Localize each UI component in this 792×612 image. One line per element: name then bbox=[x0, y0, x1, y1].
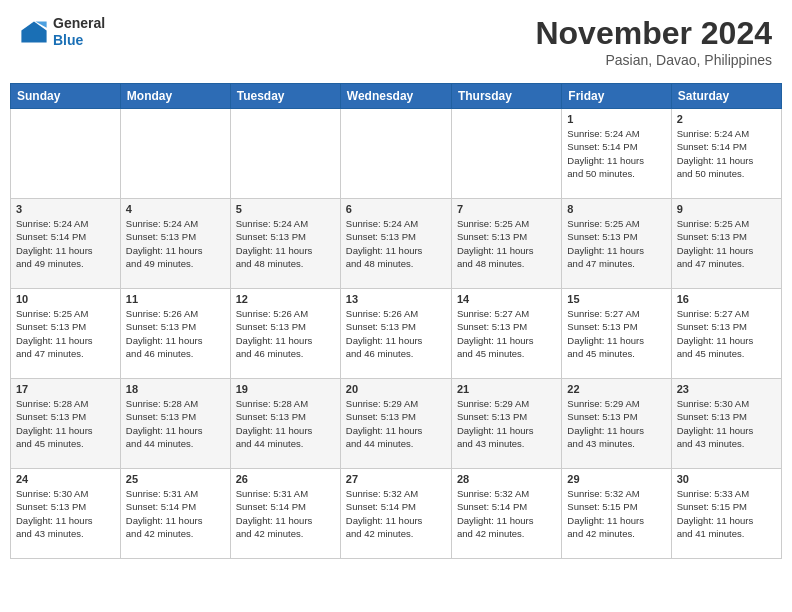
logo-text: General Blue bbox=[53, 15, 105, 49]
day-info: Sunrise: 5:32 AM Sunset: 5:14 PM Dayligh… bbox=[457, 487, 556, 540]
calendar-cell-2-2: 4Sunrise: 5:24 AM Sunset: 5:13 PM Daylig… bbox=[120, 199, 230, 289]
day-number: 12 bbox=[236, 293, 335, 305]
calendar-header-row: SundayMondayTuesdayWednesdayThursdayFrid… bbox=[11, 84, 782, 109]
day-info: Sunrise: 5:29 AM Sunset: 5:13 PM Dayligh… bbox=[457, 397, 556, 450]
logo-general: General bbox=[53, 15, 105, 32]
day-number: 18 bbox=[126, 383, 225, 395]
day-number: 17 bbox=[16, 383, 115, 395]
page-header: General Blue November 2024 Pasian, Davao… bbox=[10, 10, 782, 73]
calendar-cell-1-6: 1Sunrise: 5:24 AM Sunset: 5:14 PM Daylig… bbox=[562, 109, 671, 199]
day-number: 11 bbox=[126, 293, 225, 305]
day-number: 5 bbox=[236, 203, 335, 215]
calendar-cell-4-4: 20Sunrise: 5:29 AM Sunset: 5:13 PM Dayli… bbox=[340, 379, 451, 469]
calendar-cell-3-2: 11Sunrise: 5:26 AM Sunset: 5:13 PM Dayli… bbox=[120, 289, 230, 379]
day-info: Sunrise: 5:31 AM Sunset: 5:14 PM Dayligh… bbox=[236, 487, 335, 540]
day-info: Sunrise: 5:24 AM Sunset: 5:14 PM Dayligh… bbox=[567, 127, 665, 180]
day-info: Sunrise: 5:31 AM Sunset: 5:14 PM Dayligh… bbox=[126, 487, 225, 540]
title-section: November 2024 Pasian, Davao, Philippines bbox=[535, 15, 772, 68]
calendar-cell-5-2: 25Sunrise: 5:31 AM Sunset: 5:14 PM Dayli… bbox=[120, 469, 230, 559]
weekday-header-tuesday: Tuesday bbox=[230, 84, 340, 109]
logo-icon bbox=[20, 18, 48, 46]
day-number: 10 bbox=[16, 293, 115, 305]
day-info: Sunrise: 5:27 AM Sunset: 5:13 PM Dayligh… bbox=[677, 307, 776, 360]
day-info: Sunrise: 5:24 AM Sunset: 5:13 PM Dayligh… bbox=[126, 217, 225, 270]
logo-blue: Blue bbox=[53, 32, 105, 49]
day-info: Sunrise: 5:26 AM Sunset: 5:13 PM Dayligh… bbox=[126, 307, 225, 360]
weekday-header-sunday: Sunday bbox=[11, 84, 121, 109]
day-number: 7 bbox=[457, 203, 556, 215]
day-number: 30 bbox=[677, 473, 776, 485]
calendar-cell-3-5: 14Sunrise: 5:27 AM Sunset: 5:13 PM Dayli… bbox=[451, 289, 561, 379]
day-number: 9 bbox=[677, 203, 776, 215]
calendar-cell-1-7: 2Sunrise: 5:24 AM Sunset: 5:14 PM Daylig… bbox=[671, 109, 781, 199]
day-number: 15 bbox=[567, 293, 665, 305]
day-number: 29 bbox=[567, 473, 665, 485]
day-number: 20 bbox=[346, 383, 446, 395]
calendar-cell-3-3: 12Sunrise: 5:26 AM Sunset: 5:13 PM Dayli… bbox=[230, 289, 340, 379]
calendar-cell-1-5 bbox=[451, 109, 561, 199]
day-number: 6 bbox=[346, 203, 446, 215]
calendar-cell-5-3: 26Sunrise: 5:31 AM Sunset: 5:14 PM Dayli… bbox=[230, 469, 340, 559]
day-info: Sunrise: 5:25 AM Sunset: 5:13 PM Dayligh… bbox=[677, 217, 776, 270]
calendar-cell-1-3 bbox=[230, 109, 340, 199]
day-number: 27 bbox=[346, 473, 446, 485]
calendar-cell-2-1: 3Sunrise: 5:24 AM Sunset: 5:14 PM Daylig… bbox=[11, 199, 121, 289]
day-info: Sunrise: 5:28 AM Sunset: 5:13 PM Dayligh… bbox=[126, 397, 225, 450]
day-number: 19 bbox=[236, 383, 335, 395]
calendar-cell-3-1: 10Sunrise: 5:25 AM Sunset: 5:13 PM Dayli… bbox=[11, 289, 121, 379]
day-number: 8 bbox=[567, 203, 665, 215]
calendar-cell-3-7: 16Sunrise: 5:27 AM Sunset: 5:13 PM Dayli… bbox=[671, 289, 781, 379]
weekday-header-saturday: Saturday bbox=[671, 84, 781, 109]
day-info: Sunrise: 5:33 AM Sunset: 5:15 PM Dayligh… bbox=[677, 487, 776, 540]
calendar-cell-4-5: 21Sunrise: 5:29 AM Sunset: 5:13 PM Dayli… bbox=[451, 379, 561, 469]
calendar-cell-5-5: 28Sunrise: 5:32 AM Sunset: 5:14 PM Dayli… bbox=[451, 469, 561, 559]
location-subtitle: Pasian, Davao, Philippines bbox=[535, 52, 772, 68]
calendar-week-1: 1Sunrise: 5:24 AM Sunset: 5:14 PM Daylig… bbox=[11, 109, 782, 199]
calendar-cell-1-4 bbox=[340, 109, 451, 199]
day-info: Sunrise: 5:25 AM Sunset: 5:13 PM Dayligh… bbox=[567, 217, 665, 270]
calendar-week-2: 3Sunrise: 5:24 AM Sunset: 5:14 PM Daylig… bbox=[11, 199, 782, 289]
calendar-cell-3-6: 15Sunrise: 5:27 AM Sunset: 5:13 PM Dayli… bbox=[562, 289, 671, 379]
day-info: Sunrise: 5:27 AM Sunset: 5:13 PM Dayligh… bbox=[567, 307, 665, 360]
calendar-cell-2-4: 6Sunrise: 5:24 AM Sunset: 5:13 PM Daylig… bbox=[340, 199, 451, 289]
weekday-header-friday: Friday bbox=[562, 84, 671, 109]
day-info: Sunrise: 5:32 AM Sunset: 5:15 PM Dayligh… bbox=[567, 487, 665, 540]
calendar-cell-2-5: 7Sunrise: 5:25 AM Sunset: 5:13 PM Daylig… bbox=[451, 199, 561, 289]
day-number: 16 bbox=[677, 293, 776, 305]
logo: General Blue bbox=[20, 15, 105, 49]
calendar-cell-5-1: 24Sunrise: 5:30 AM Sunset: 5:13 PM Dayli… bbox=[11, 469, 121, 559]
day-info: Sunrise: 5:26 AM Sunset: 5:13 PM Dayligh… bbox=[346, 307, 446, 360]
day-number: 1 bbox=[567, 113, 665, 125]
day-info: Sunrise: 5:30 AM Sunset: 5:13 PM Dayligh… bbox=[16, 487, 115, 540]
calendar-cell-1-2 bbox=[120, 109, 230, 199]
day-number: 22 bbox=[567, 383, 665, 395]
calendar-cell-5-4: 27Sunrise: 5:32 AM Sunset: 5:14 PM Dayli… bbox=[340, 469, 451, 559]
day-info: Sunrise: 5:24 AM Sunset: 5:14 PM Dayligh… bbox=[677, 127, 776, 180]
day-number: 25 bbox=[126, 473, 225, 485]
weekday-header-wednesday: Wednesday bbox=[340, 84, 451, 109]
day-info: Sunrise: 5:24 AM Sunset: 5:13 PM Dayligh… bbox=[236, 217, 335, 270]
calendar-cell-5-6: 29Sunrise: 5:32 AM Sunset: 5:15 PM Dayli… bbox=[562, 469, 671, 559]
day-info: Sunrise: 5:24 AM Sunset: 5:14 PM Dayligh… bbox=[16, 217, 115, 270]
day-number: 14 bbox=[457, 293, 556, 305]
day-info: Sunrise: 5:28 AM Sunset: 5:13 PM Dayligh… bbox=[236, 397, 335, 450]
calendar-week-3: 10Sunrise: 5:25 AM Sunset: 5:13 PM Dayli… bbox=[11, 289, 782, 379]
day-info: Sunrise: 5:25 AM Sunset: 5:13 PM Dayligh… bbox=[16, 307, 115, 360]
day-info: Sunrise: 5:24 AM Sunset: 5:13 PM Dayligh… bbox=[346, 217, 446, 270]
calendar-cell-4-2: 18Sunrise: 5:28 AM Sunset: 5:13 PM Dayli… bbox=[120, 379, 230, 469]
day-info: Sunrise: 5:29 AM Sunset: 5:13 PM Dayligh… bbox=[567, 397, 665, 450]
day-number: 21 bbox=[457, 383, 556, 395]
calendar-cell-2-7: 9Sunrise: 5:25 AM Sunset: 5:13 PM Daylig… bbox=[671, 199, 781, 289]
weekday-header-thursday: Thursday bbox=[451, 84, 561, 109]
day-number: 13 bbox=[346, 293, 446, 305]
calendar-cell-4-6: 22Sunrise: 5:29 AM Sunset: 5:13 PM Dayli… bbox=[562, 379, 671, 469]
weekday-header-monday: Monday bbox=[120, 84, 230, 109]
calendar-cell-3-4: 13Sunrise: 5:26 AM Sunset: 5:13 PM Dayli… bbox=[340, 289, 451, 379]
calendar-cell-1-1 bbox=[11, 109, 121, 199]
calendar-week-4: 17Sunrise: 5:28 AM Sunset: 5:13 PM Dayli… bbox=[11, 379, 782, 469]
day-info: Sunrise: 5:25 AM Sunset: 5:13 PM Dayligh… bbox=[457, 217, 556, 270]
day-number: 28 bbox=[457, 473, 556, 485]
day-number: 3 bbox=[16, 203, 115, 215]
calendar-cell-5-7: 30Sunrise: 5:33 AM Sunset: 5:15 PM Dayli… bbox=[671, 469, 781, 559]
day-number: 24 bbox=[16, 473, 115, 485]
